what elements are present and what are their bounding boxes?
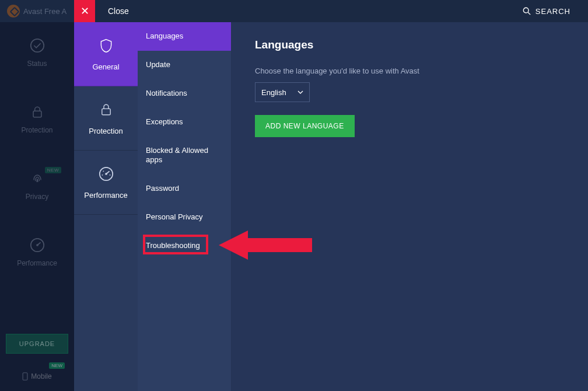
search-label: SEARCH: [536, 7, 570, 16]
sidebar-item-protection[interactable]: Protection: [0, 104, 74, 134]
chevron-down-icon: [298, 90, 303, 94]
mobile-link[interactable]: Mobile: [22, 372, 51, 380]
settings-tab-general[interactable]: General: [74, 22, 138, 86]
upgrade-label: UPGRADE: [19, 340, 55, 347]
new-badge: NEW: [49, 362, 65, 369]
layout: Status Protection NEW Privacy Performanc…: [0, 22, 588, 391]
submenu-label: Update: [146, 60, 170, 69]
sidebar-item-label: Performance: [17, 259, 57, 267]
svg-point-14: [109, 174, 110, 176]
submenu-item-languages[interactable]: Languages: [138, 22, 231, 51]
submenu-label: Troubleshooting: [146, 241, 200, 250]
submenu-sidebar: Languages Update Notifications Exception…: [138, 22, 232, 391]
submenu-label: Exceptions: [146, 117, 183, 126]
submenu-item-blocked-allowed[interactable]: Blocked & Allowed apps: [138, 137, 231, 175]
lock-icon: [97, 101, 115, 118]
new-badge: NEW: [45, 167, 61, 173]
gauge-icon: [29, 237, 46, 253]
submenu-item-troubleshooting[interactable]: Troubleshooting: [138, 232, 231, 260]
sidebar-item-privacy[interactable]: NEW Privacy: [0, 170, 74, 201]
mobile-label: Mobile: [31, 372, 51, 380]
language-select[interactable]: English: [255, 82, 310, 102]
settings-tab-label: Protection: [89, 127, 123, 135]
avast-logo-icon: [7, 5, 20, 18]
add-new-language-button[interactable]: ADD NEW LANGUAGE: [255, 115, 355, 137]
sidebar-item-performance[interactable]: Performance: [0, 237, 74, 267]
check-circle-icon: [29, 37, 46, 54]
lock-icon: [29, 104, 46, 120]
sidebar-item-label: Status: [27, 60, 47, 68]
page-title: Languages: [255, 39, 565, 51]
mobile-icon: [22, 372, 28, 380]
submenu-label: Languages: [146, 32, 183, 40]
search-button[interactable]: SEARCH: [523, 7, 588, 16]
gauge-icon: [97, 165, 115, 183]
svg-line-1: [528, 12, 530, 15]
app-logo-area: Avast Free A: [0, 5, 74, 18]
fingerprint-icon: [29, 170, 46, 187]
close-label[interactable]: Close: [95, 6, 145, 16]
submenu-label: Notifications: [146, 89, 187, 97]
svg-rect-7: [23, 373, 27, 380]
close-icon: ✕: [80, 6, 89, 16]
submenu-item-password[interactable]: Password: [138, 174, 231, 203]
sidebar-item-label: Privacy: [26, 193, 48, 201]
main-sidebar: Status Protection NEW Privacy Performanc…: [0, 22, 74, 391]
shield-icon: [97, 37, 115, 54]
sidebar-item-label: Protection: [21, 126, 52, 134]
language-selected: English: [261, 88, 286, 97]
submenu-label: Personal Privacy: [146, 212, 203, 221]
svg-point-0: [523, 8, 528, 13]
upgrade-button[interactable]: UPGRADE: [6, 334, 68, 354]
svg-point-11: [105, 173, 107, 175]
settings-tab-protection[interactable]: Protection: [74, 86, 138, 151]
settings-tab-performance[interactable]: Performance: [74, 151, 138, 215]
search-icon: [523, 7, 531, 15]
settings-sidebar: General Protection Performance: [74, 22, 138, 391]
submenu-item-update[interactable]: Update: [138, 51, 231, 79]
topbar: Avast Free A ✕ Close SEARCH: [0, 0, 588, 22]
settings-tab-label: General: [92, 62, 119, 71]
page-description: Choose the language you'd like to use wi…: [255, 67, 565, 75]
submenu-label: Blocked & Allowed apps: [146, 146, 208, 165]
settings-tab-label: Performance: [84, 191, 127, 200]
app-title: Avast Free A: [23, 7, 66, 16]
add-language-label: ADD NEW LANGUAGE: [265, 122, 344, 130]
submenu-label: Password: [146, 184, 179, 193]
topbar-left: Avast Free A ✕ Close: [0, 0, 145, 22]
submenu-item-personal-privacy[interactable]: Personal Privacy: [138, 203, 231, 232]
svg-point-2: [30, 39, 43, 52]
svg-point-6: [36, 244, 38, 246]
svg-rect-8: [102, 109, 110, 114]
sidebar-item-status[interactable]: Status: [0, 37, 74, 68]
svg-point-12: [102, 174, 103, 176]
submenu-item-notifications[interactable]: Notifications: [138, 79, 231, 108]
svg-point-13: [103, 170, 104, 172]
close-button[interactable]: ✕: [74, 0, 95, 22]
submenu-item-exceptions[interactable]: Exceptions: [138, 108, 231, 137]
content-area: Languages Choose the language you'd like…: [232, 22, 588, 391]
svg-rect-3: [33, 111, 41, 117]
